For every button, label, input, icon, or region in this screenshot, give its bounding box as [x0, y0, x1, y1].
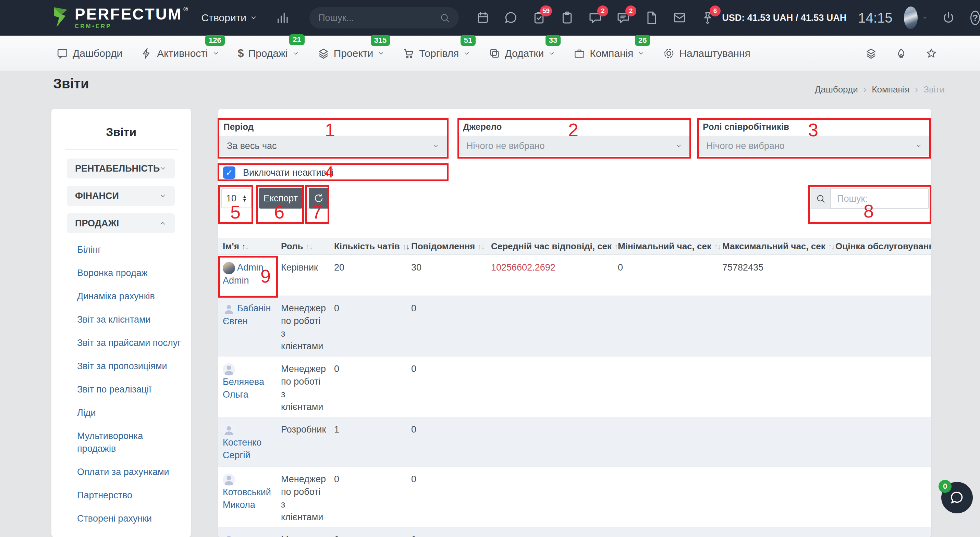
- sidebar-link-created-invoices[interactable]: Створені рахунки: [77, 512, 184, 525]
- logout-button[interactable]: [942, 11, 955, 25]
- score-cell: [831, 255, 931, 265]
- sidebar-link-invoice-dynamics[interactable]: Динаміка рахунків: [77, 290, 184, 303]
- comments-button[interactable]: 2: [616, 10, 631, 25]
- stack-button[interactable]: [864, 46, 878, 61]
- pin-button[interactable]: 6: [700, 10, 715, 25]
- menu-projects[interactable]: Проекти 315: [318, 48, 385, 59]
- copy-icon: [488, 48, 500, 59]
- chevron-up-icon: [159, 219, 167, 227]
- breadcrumb-dashboards[interactable]: Дашборди: [815, 84, 858, 95]
- avg-time-cell: [487, 296, 613, 305]
- user-menu-chevron-icon[interactable]: [923, 14, 927, 22]
- page-root: PERFECTUM® CRM•ERP Створити 59: [0, 0, 980, 537]
- sidebar-link-invoice-payments[interactable]: Оплати за рахунками: [77, 466, 184, 478]
- column-header-min-time[interactable]: Мінімальний час, сек↑↓: [613, 241, 718, 252]
- menu-sales[interactable]: $ Продажі 21: [238, 47, 299, 60]
- support-chat-button[interactable]: 0: [941, 482, 973, 513]
- section-finance[interactable]: ФІНАНСИ: [67, 186, 175, 206]
- envelope-icon: [673, 11, 686, 25]
- sidebar-link-partnership[interactable]: Партнерство: [77, 489, 184, 502]
- breadcrumb-current: Звіти: [923, 84, 945, 95]
- main-menu: Дашборди Активності 126 $ Продажі 21 Про…: [0, 36, 980, 71]
- filter-source-label: Джерело: [458, 119, 690, 136]
- employee-link[interactable]: Котовський Микола: [223, 487, 271, 510]
- hot-button[interactable]: [894, 46, 909, 61]
- exclude-inactive-row: ✓ Виключати неактивні: [223, 167, 333, 179]
- search-icon: [816, 194, 826, 203]
- period-select[interactable]: За весь час: [219, 136, 447, 156]
- calendar-button[interactable]: [475, 10, 490, 25]
- section-profitability[interactable]: РЕНТАБЕЛЬНІСТЬ: [67, 159, 175, 178]
- menu-settings[interactable]: Налаштування: [663, 48, 750, 59]
- chevron-down-icon: [463, 50, 470, 57]
- breadcrumb: Дашборди › Компанія › Звіти: [815, 84, 945, 95]
- help-button[interactable]: ?: [970, 11, 980, 25]
- menu-activities[interactable]: Активності 126: [141, 48, 219, 59]
- exclude-inactive-checkbox[interactable]: ✓: [223, 167, 235, 179]
- refresh-button[interactable]: [309, 188, 329, 208]
- chevron-down-icon: [915, 143, 922, 149]
- sidebar-link-clients-report[interactable]: Звіт за клієнтами: [77, 313, 184, 326]
- documents-button[interactable]: [644, 10, 659, 25]
- roles-select[interactable]: Нічого не вибрано: [698, 136, 930, 156]
- sidebar-link-multifunnel[interactable]: Мультиворонка продажів: [77, 430, 184, 455]
- messages-cell: 0: [407, 356, 487, 379]
- section-sales[interactable]: ПРОДАЖІ: [67, 213, 175, 233]
- source-select[interactable]: Нічого не вибрано: [458, 136, 690, 156]
- page-size-select[interactable]: 10 ▲▼: [221, 188, 251, 208]
- score-cell: [831, 467, 931, 477]
- avg-time-cell: 10256602.2692: [487, 255, 613, 277]
- menu-dashboards[interactable]: Дашборди: [57, 48, 123, 59]
- employee-name-cell: Admin Admin: [218, 255, 277, 291]
- sort-icon: ↑↓: [305, 242, 312, 251]
- employee-link[interactable]: Беляяева Ольга: [223, 377, 264, 400]
- filter-period: Період За весь час: [219, 119, 447, 156]
- sidebar-link-proposals-report[interactable]: Звіт за пропозиціями: [77, 360, 184, 373]
- app-logo[interactable]: PERFECTUM® CRM•ERP: [51, 6, 189, 30]
- chevron-down-icon: [159, 192, 167, 200]
- column-header-max-time[interactable]: Максимальний час, сек↑↓: [718, 241, 831, 252]
- chevron-down-icon: [548, 50, 555, 57]
- table-row: Котовський Микола Менеджер по роботі з к…: [218, 466, 931, 527]
- column-header-chats[interactable]: Кількість чатів↑↓: [329, 241, 407, 252]
- create-button[interactable]: Створити: [202, 12, 258, 24]
- sidebar-link-pricelist-report[interactable]: Звіт за прайсами послуг: [77, 337, 184, 350]
- menu-addons[interactable]: Додатки 33: [488, 48, 555, 59]
- menu-right-icons: [864, 46, 939, 61]
- sidebar-link-leads[interactable]: Ліди: [77, 407, 184, 419]
- chevron-down-icon: [638, 50, 644, 57]
- sidebar-link-billing[interactable]: Білінг: [77, 243, 184, 256]
- tasks-button[interactable]: 59: [531, 10, 547, 25]
- sidebar-link-funnel[interactable]: Воронка продаж: [77, 267, 184, 280]
- sidebar-link-realization-report[interactable]: Звіт по реалізації: [77, 383, 184, 396]
- breadcrumb-company[interactable]: Компанія: [872, 84, 909, 95]
- score-cell: [831, 356, 931, 366]
- section-label: ПРОДАЖІ: [75, 218, 119, 229]
- employee-link[interactable]: Костенко Сергій: [223, 437, 261, 460]
- user-avatar[interactable]: [904, 6, 918, 29]
- column-header-messages[interactable]: Повідомлення↑↓: [407, 241, 487, 252]
- column-header-avg-time[interactable]: Середній час відповіді, сек↑↓: [487, 241, 613, 252]
- favorites-button[interactable]: [924, 46, 939, 61]
- column-header-name[interactable]: Ім'я↑↓: [218, 241, 277, 252]
- menu-trade[interactable]: Торгівля 51: [403, 48, 470, 59]
- table-search-input[interactable]: [830, 188, 929, 209]
- logo-icon: [51, 6, 69, 29]
- mail-button[interactable]: [672, 10, 687, 25]
- column-header-score[interactable]: Оцінка обслуговування↑↓: [831, 241, 931, 252]
- menu-company[interactable]: Компанія 26: [574, 48, 644, 59]
- export-button[interactable]: Експорт: [259, 188, 302, 208]
- statistics-icon[interactable]: [275, 11, 290, 25]
- layers-icon: [318, 48, 329, 59]
- chat-bubble-button[interactable]: [503, 10, 519, 25]
- chevron-down-icon: [292, 50, 299, 57]
- logo-subtitle: CRM•ERP: [75, 23, 189, 30]
- column-header-role[interactable]: Роль↑↓: [277, 241, 329, 252]
- dollar-icon: $: [238, 47, 244, 60]
- period-value: За весь час: [227, 141, 277, 151]
- refresh-icon: [313, 193, 324, 203]
- sms-button[interactable]: 2: [588, 10, 603, 25]
- sidebar-link-abc-services[interactable]: АВС - звіт послуги: [77, 535, 184, 537]
- global-search-input[interactable]: [318, 13, 440, 23]
- clipboard-button[interactable]: [560, 10, 574, 25]
